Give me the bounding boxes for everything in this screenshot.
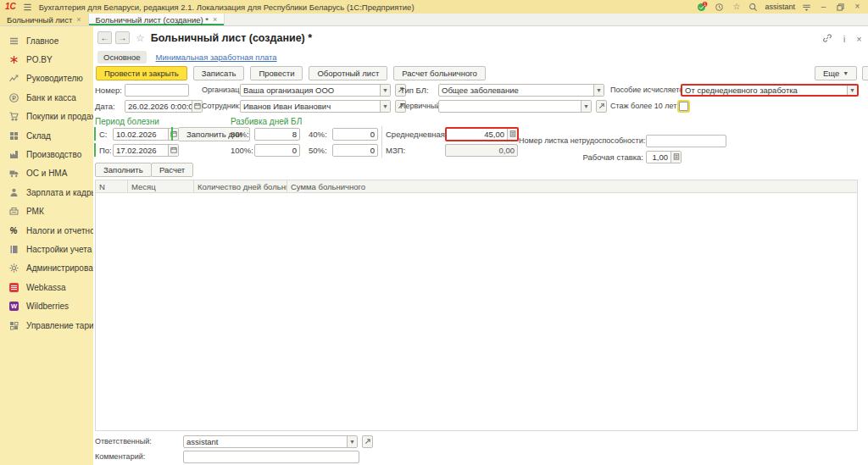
cashbox-icon — [8, 206, 19, 217]
number-input[interactable] — [125, 84, 189, 97]
sidebar-item-webkassa[interactable]: Webkassa — [0, 278, 93, 296]
sidebar-item-rukovoditelyu[interactable]: Руководителю — [0, 69, 93, 88]
col-month[interactable]: Месяц — [128, 180, 194, 192]
tab-strip: Больничный лист × Больничный лист (созда… — [0, 14, 868, 26]
sidebar-item-label: Склад — [26, 131, 51, 141]
save-button[interactable]: Записать — [193, 66, 245, 80]
p80-input[interactable]: 8 — [254, 128, 300, 141]
bank-icon — [8, 92, 19, 103]
close-button[interactable]: × — [852, 2, 863, 13]
forward-button[interactable]: → — [115, 31, 130, 44]
titlebar-actions: 1 ☆ assistant – × — [697, 2, 863, 13]
back-button[interactable]: ← — [97, 31, 112, 44]
restore-button[interactable] — [835, 2, 846, 13]
get-link-icon[interactable] — [822, 33, 832, 45]
main-menu-icon[interactable] — [22, 2, 33, 13]
post-button[interactable]: Провести — [250, 66, 303, 80]
primary-combo[interactable]: ▼ — [438, 100, 592, 113]
sidebar-item-bank-i-kassa[interactable]: Банк и касса — [0, 88, 93, 107]
tab-bolnichny-list-sozdanie[interactable]: Больничный лист (создание) * × — [89, 14, 225, 25]
dropdown-icon[interactable]: ▼ — [347, 436, 357, 447]
comment-label: Комментарий: — [95, 452, 151, 461]
seniority-checkbox[interactable] — [679, 102, 688, 111]
help-button[interactable]: ? — [862, 66, 868, 80]
notification-badge: 1 — [704, 3, 707, 7]
date-input[interactable]: 26.02.2026 0:00:00 — [125, 100, 203, 113]
sidebar-item-administrirovanie[interactable]: Администрирование — [0, 259, 93, 278]
sidebar-item-proizvodstvo[interactable]: Производство — [0, 145, 93, 163]
col-days[interactable]: Количество дней больничного — [194, 180, 287, 192]
sick-calc-button[interactable]: Расчет больничного — [393, 66, 485, 80]
sidebar-item-po-by[interactable]: PO.BY — [0, 50, 93, 69]
favorite-star-icon[interactable]: ☆ — [136, 32, 145, 44]
sidebar-item-upravlenie-tarifom[interactable]: Управление тарифом — [0, 316, 93, 335]
comment-input[interactable] — [183, 451, 359, 463]
p100-input[interactable]: 0 — [254, 144, 300, 157]
window-titlebar: 1С Бухгалтерия для Беларуси, редакция 2.… — [0, 0, 868, 14]
info-icon[interactable]: i — [843, 35, 845, 44]
to-date-input[interactable]: 17.02.2026 — [113, 144, 179, 157]
benefit-combo[interactable]: От среднедневного заработка▼ — [681, 84, 859, 97]
benefit-label: Пособие исчисляется: — [610, 86, 678, 94]
table-body[interactable] — [95, 193, 858, 431]
sidebar-item-label: Главное — [26, 36, 58, 46]
notifications-icon[interactable]: 1 — [697, 2, 708, 13]
sick-number-input[interactable] — [646, 135, 726, 147]
sidebar-item-label: Настройки учета — [26, 245, 92, 254]
calculator-icon[interactable] — [507, 129, 517, 140]
history-icon[interactable] — [714, 2, 725, 13]
p100-label: 100%: — [231, 146, 252, 155]
sidebar-item-zarplata-i-kadry[interactable]: Зарплата и кадры — [0, 183, 93, 202]
tab-bolnichny-list[interactable]: Больничный лист × — [0, 14, 89, 25]
more-button[interactable]: Еще▼ — [815, 66, 857, 80]
search-icon[interactable] — [748, 2, 759, 13]
calendar-icon[interactable] — [168, 129, 178, 140]
p40-input[interactable]: 0 — [332, 128, 378, 141]
sidebar-item-label: PO.BY — [26, 55, 53, 64]
table-calc-button[interactable]: Расчет — [151, 163, 193, 177]
table-fill-button[interactable]: Заполнить — [95, 163, 152, 177]
responsible-open-button[interactable] — [362, 435, 373, 448]
dropdown-icon[interactable]: ▼ — [593, 85, 604, 96]
org-combo[interactable]: Ваша организация ООО▼ — [240, 84, 391, 97]
sidebar-item-os-i-nma[interactable]: ОС и НМА — [0, 164, 93, 183]
service-menu-icon[interactable] — [801, 2, 812, 13]
minimize-button[interactable]: – — [818, 2, 829, 13]
sidebar-item-glavnoe[interactable]: Главное — [0, 31, 93, 50]
calendar-icon[interactable] — [192, 101, 202, 112]
sidebar-item-nalogi-i-otchetnost[interactable]: %Налоги и отчетность — [0, 221, 93, 240]
tab-close-icon[interactable]: × — [76, 15, 81, 24]
dropdown-icon[interactable]: ▼ — [380, 85, 390, 96]
turnover-sheet-button[interactable]: Оборотный лист — [309, 66, 387, 80]
dropdown-icon[interactable]: ▼ — [847, 86, 857, 95]
dropdown-icon[interactable]: ▼ — [380, 101, 390, 112]
calendar-icon[interactable] — [168, 145, 178, 156]
form-close-icon[interactable]: × — [856, 34, 861, 44]
col-sum[interactable]: Сумма больничного — [287, 180, 857, 192]
responsible-combo[interactable]: assistant▼ — [183, 435, 358, 448]
sidebar-item-wildberries[interactable]: WWildberries — [0, 296, 93, 315]
nav-link-min-wage[interactable]: Минимальная заработная плата — [156, 53, 277, 62]
percent-icon: % — [8, 226, 19, 235]
post-and-close-button[interactable]: Провести и закрыть — [96, 66, 187, 80]
primary-open-button[interactable] — [596, 100, 607, 113]
sidebar-item-rmk[interactable]: РМК — [0, 202, 93, 221]
favorites-star-icon[interactable]: ☆ — [731, 2, 742, 13]
col-n[interactable]: N — [96, 180, 128, 192]
nav-tab-main[interactable]: Основное — [97, 51, 147, 64]
employee-combo[interactable]: Иванов Иван Иванович▼ — [240, 100, 391, 113]
current-user[interactable]: assistant — [765, 3, 795, 11]
rate-input[interactable]: 1,00 — [646, 151, 682, 163]
sidebar-item-pokupki-i-prodazhi[interactable]: Покупки и продажи — [0, 108, 93, 126]
from-date-input[interactable]: 10.02.2026 — [113, 128, 179, 141]
app-window: 1С Бухгалтерия для Беларуси, редакция 2.… — [0, 0, 868, 465]
sidebar-item-sklad[interactable]: Склад — [0, 126, 93, 145]
dropdown-icon[interactable]: ▼ — [581, 101, 591, 112]
tab-close-icon[interactable]: × — [213, 15, 217, 24]
bl-type-combo[interactable]: Общее заболевание▼ — [438, 84, 604, 97]
webkassa-icon — [8, 282, 19, 293]
p50-input[interactable]: 0 — [332, 144, 378, 157]
sidebar-item-nastroyki-ucheta[interactable]: Настройки учета — [0, 240, 93, 258]
calculator-icon[interactable] — [670, 152, 681, 163]
avg-daily-input[interactable]: 45,00 — [445, 127, 519, 141]
